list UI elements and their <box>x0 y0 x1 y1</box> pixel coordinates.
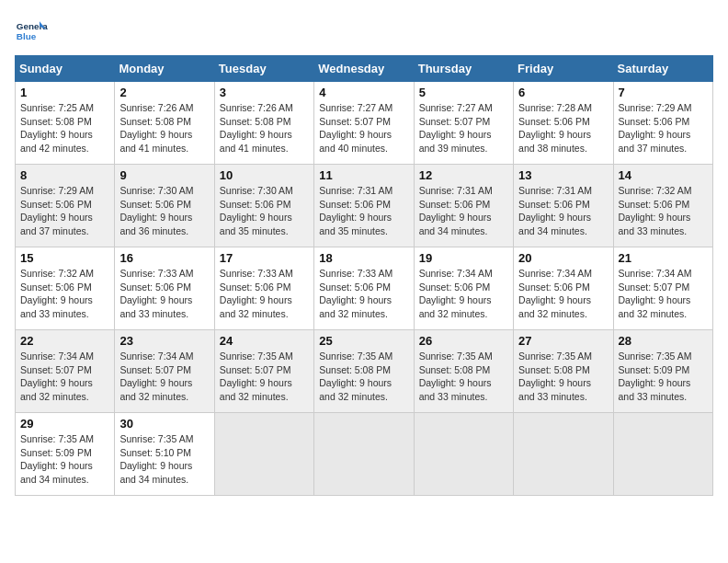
day-number: 17 <box>220 251 309 265</box>
page-header: General Blue <box>15 15 713 48</box>
day-number: 14 <box>619 168 708 182</box>
calendar-cell: 15 Sunrise: 7:32 AM Sunset: 5:06 PM Dayl… <box>16 247 115 330</box>
day-info: Sunrise: 7:31 AM Sunset: 5:06 PM Dayligh… <box>419 184 508 238</box>
calendar-cell: 25 Sunrise: 7:35 AM Sunset: 5:08 PM Dayl… <box>314 330 414 413</box>
day-info: Sunrise: 7:34 AM Sunset: 5:07 PM Dayligh… <box>619 267 708 321</box>
day-info: Sunrise: 7:29 AM Sunset: 5:06 PM Dayligh… <box>619 101 708 155</box>
day-number: 9 <box>119 168 209 182</box>
calendar-week-2: 8 Sunrise: 7:29 AM Sunset: 5:06 PM Dayli… <box>16 165 713 247</box>
day-info: Sunrise: 7:32 AM Sunset: 5:06 PM Dayligh… <box>619 184 708 238</box>
calendar-cell: 4 Sunrise: 7:27 AM Sunset: 5:07 PM Dayli… <box>314 82 414 165</box>
day-number: 16 <box>119 251 209 265</box>
day-info: Sunrise: 7:27 AM Sunset: 5:07 PM Dayligh… <box>319 101 408 155</box>
day-number: 22 <box>20 334 109 348</box>
calendar-week-5: 29 Sunrise: 7:35 AM Sunset: 5:09 PM Dayl… <box>16 413 713 496</box>
day-number: 28 <box>619 334 708 348</box>
calendar-cell: 13 Sunrise: 7:31 AM Sunset: 5:06 PM Dayl… <box>514 165 613 247</box>
day-info: Sunrise: 7:33 AM Sunset: 5:06 PM Dayligh… <box>319 267 408 321</box>
day-info: Sunrise: 7:29 AM Sunset: 5:06 PM Dayligh… <box>20 184 109 238</box>
day-info: Sunrise: 7:33 AM Sunset: 5:06 PM Dayligh… <box>119 267 209 321</box>
day-number: 26 <box>419 334 508 348</box>
day-info: Sunrise: 7:35 AM Sunset: 5:07 PM Dayligh… <box>220 350 309 404</box>
day-info: Sunrise: 7:35 AM Sunset: 5:09 PM Dayligh… <box>20 432 109 487</box>
calendar-cell: 26 Sunrise: 7:35 AM Sunset: 5:08 PM Dayl… <box>414 330 513 413</box>
day-number: 11 <box>319 168 408 182</box>
logo: General Blue <box>15 15 48 48</box>
day-info: Sunrise: 7:30 AM Sunset: 5:06 PM Dayligh… <box>220 184 309 238</box>
logo-icon: General Blue <box>15 15 48 48</box>
day-info: Sunrise: 7:30 AM Sunset: 5:06 PM Dayligh… <box>119 184 209 238</box>
calendar-cell <box>514 413 613 496</box>
day-info: Sunrise: 7:35 AM Sunset: 5:08 PM Dayligh… <box>319 350 408 404</box>
day-number: 1 <box>20 86 109 99</box>
day-number: 29 <box>20 417 109 431</box>
calendar-cell: 17 Sunrise: 7:33 AM Sunset: 5:06 PM Dayl… <box>214 247 313 330</box>
calendar-cell <box>214 413 313 496</box>
calendar-cell: 22 Sunrise: 7:34 AM Sunset: 5:07 PM Dayl… <box>16 330 115 413</box>
day-number: 18 <box>319 251 408 265</box>
svg-text:Blue: Blue <box>17 31 37 41</box>
day-number: 12 <box>419 168 508 182</box>
day-info: Sunrise: 7:32 AM Sunset: 5:06 PM Dayligh… <box>20 267 109 321</box>
calendar-cell: 11 Sunrise: 7:31 AM Sunset: 5:06 PM Dayl… <box>314 165 414 247</box>
day-number: 30 <box>119 417 209 431</box>
calendar-week-4: 22 Sunrise: 7:34 AM Sunset: 5:07 PM Dayl… <box>16 330 713 413</box>
day-number: 3 <box>220 86 309 99</box>
day-info: Sunrise: 7:35 AM Sunset: 5:08 PM Dayligh… <box>518 350 608 404</box>
calendar-cell: 2 Sunrise: 7:26 AM Sunset: 5:08 PM Dayli… <box>115 82 214 165</box>
calendar-table: SundayMondayTuesdayWednesdayThursdayFrid… <box>15 55 713 496</box>
day-header-sunday: Sunday <box>16 56 115 82</box>
calendar-cell: 23 Sunrise: 7:34 AM Sunset: 5:07 PM Dayl… <box>115 330 214 413</box>
day-header-tuesday: Tuesday <box>214 56 313 82</box>
calendar-cell: 8 Sunrise: 7:29 AM Sunset: 5:06 PM Dayli… <box>16 165 115 247</box>
calendar-week-3: 15 Sunrise: 7:32 AM Sunset: 5:06 PM Dayl… <box>16 247 713 330</box>
calendar-cell: 12 Sunrise: 7:31 AM Sunset: 5:06 PM Dayl… <box>414 165 513 247</box>
day-info: Sunrise: 7:31 AM Sunset: 5:06 PM Dayligh… <box>518 184 608 238</box>
day-number: 6 <box>518 86 608 99</box>
calendar-cell: 9 Sunrise: 7:30 AM Sunset: 5:06 PM Dayli… <box>115 165 214 247</box>
day-info: Sunrise: 7:34 AM Sunset: 5:07 PM Dayligh… <box>20 350 109 404</box>
calendar-week-1: 1 Sunrise: 7:25 AM Sunset: 5:08 PM Dayli… <box>16 82 713 165</box>
day-info: Sunrise: 7:26 AM Sunset: 5:08 PM Dayligh… <box>119 101 209 155</box>
day-number: 25 <box>319 334 408 348</box>
calendar-cell: 29 Sunrise: 7:35 AM Sunset: 5:09 PM Dayl… <box>16 413 115 496</box>
calendar-cell: 16 Sunrise: 7:33 AM Sunset: 5:06 PM Dayl… <box>115 247 214 330</box>
day-info: Sunrise: 7:25 AM Sunset: 5:08 PM Dayligh… <box>20 101 109 155</box>
day-header-thursday: Thursday <box>414 56 513 82</box>
day-info: Sunrise: 7:34 AM Sunset: 5:06 PM Dayligh… <box>419 267 508 321</box>
calendar-cell <box>314 413 414 496</box>
calendar-cell: 21 Sunrise: 7:34 AM Sunset: 5:07 PM Dayl… <box>613 247 712 330</box>
calendar-cell <box>414 413 513 496</box>
day-info: Sunrise: 7:35 AM Sunset: 5:09 PM Dayligh… <box>619 350 708 404</box>
day-info: Sunrise: 7:34 AM Sunset: 5:06 PM Dayligh… <box>518 267 608 321</box>
calendar-cell: 5 Sunrise: 7:27 AM Sunset: 5:07 PM Dayli… <box>414 82 513 165</box>
calendar-cell: 24 Sunrise: 7:35 AM Sunset: 5:07 PM Dayl… <box>214 330 313 413</box>
day-number: 7 <box>619 86 708 99</box>
day-info: Sunrise: 7:26 AM Sunset: 5:08 PM Dayligh… <box>220 101 309 155</box>
day-header-friday: Friday <box>514 56 613 82</box>
calendar-cell: 19 Sunrise: 7:34 AM Sunset: 5:06 PM Dayl… <box>414 247 513 330</box>
day-header-monday: Monday <box>115 56 214 82</box>
day-number: 23 <box>119 334 209 348</box>
calendar-cell: 1 Sunrise: 7:25 AM Sunset: 5:08 PM Dayli… <box>16 82 115 165</box>
day-number: 21 <box>619 251 708 265</box>
day-info: Sunrise: 7:34 AM Sunset: 5:07 PM Dayligh… <box>119 350 209 404</box>
day-info: Sunrise: 7:33 AM Sunset: 5:06 PM Dayligh… <box>220 267 309 321</box>
day-info: Sunrise: 7:31 AM Sunset: 5:06 PM Dayligh… <box>319 184 408 238</box>
day-number: 15 <box>20 251 109 265</box>
day-info: Sunrise: 7:27 AM Sunset: 5:07 PM Dayligh… <box>419 101 508 155</box>
day-number: 20 <box>518 251 608 265</box>
day-info: Sunrise: 7:28 AM Sunset: 5:06 PM Dayligh… <box>518 101 608 155</box>
calendar-cell: 20 Sunrise: 7:34 AM Sunset: 5:06 PM Dayl… <box>514 247 613 330</box>
calendar-cell: 6 Sunrise: 7:28 AM Sunset: 5:06 PM Dayli… <box>514 82 613 165</box>
day-number: 13 <box>518 168 608 182</box>
calendar-cell: 27 Sunrise: 7:35 AM Sunset: 5:08 PM Dayl… <box>514 330 613 413</box>
day-number: 27 <box>518 334 608 348</box>
calendar-header-row: SundayMondayTuesdayWednesdayThursdayFrid… <box>16 56 713 82</box>
day-number: 24 <box>220 334 309 348</box>
calendar-cell: 18 Sunrise: 7:33 AM Sunset: 5:06 PM Dayl… <box>314 247 414 330</box>
day-info: Sunrise: 7:35 AM Sunset: 5:10 PM Dayligh… <box>119 432 209 487</box>
calendar-cell: 7 Sunrise: 7:29 AM Sunset: 5:06 PM Dayli… <box>613 82 712 165</box>
calendar-cell <box>613 413 712 496</box>
calendar-cell: 14 Sunrise: 7:32 AM Sunset: 5:06 PM Dayl… <box>613 165 712 247</box>
